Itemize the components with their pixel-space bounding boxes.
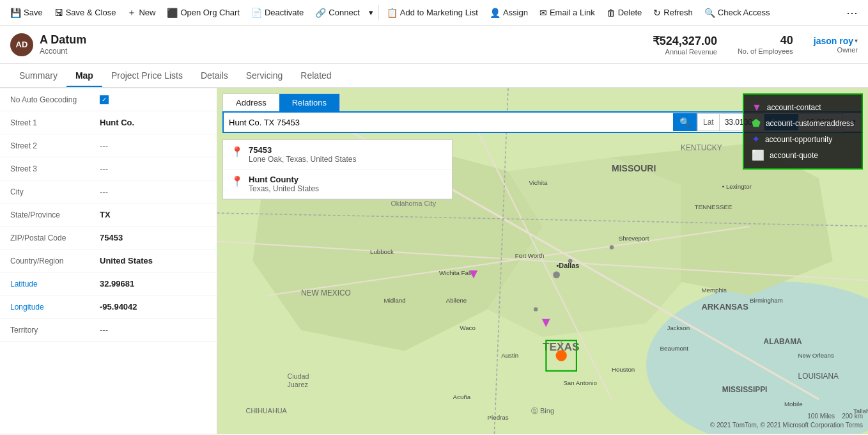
svg-point-12 [610,245,614,249]
street3-label: Street 3 [10,164,100,173]
save-close-button[interactable]: 🖫 Save & Close [49,5,121,20]
org-chart-icon: ⬛ [167,8,178,18]
field-state: State/Province TX [0,203,217,226]
svg-text:TENNESSEE: TENNESSEE [695,203,732,210]
employees-label: No. of Employees [738,47,793,55]
deactivate-icon: 📄 [251,8,262,18]
svg-text:Birmingham: Birmingham [750,297,783,304]
field-latitude: Latitude 32.99681 [0,273,217,296]
tab-servicing[interactable]: Servicing [237,65,292,87]
city-label: City [10,187,100,196]
new-icon: ＋ [127,7,136,19]
svg-text:Acuña: Acuña [453,393,471,400]
svg-text:Oklahoma City: Oklahoma City [391,200,436,207]
org-chart-button[interactable]: ⬛ Open Org Chart [162,5,245,20]
suggestion-text-2: Hunt County Texas, United States [249,175,319,193]
account-header: AD A Datum Account ₹524,327.00 Annual Re… [0,26,868,64]
longitude-label[interactable]: Longitude [10,303,100,312]
pin-icon-2: 📍 [231,175,244,187]
suggestion-sub-2: Texas, United States [249,184,319,193]
owner-chevron[interactable]: ▾ [855,37,858,44]
header-title: A Datum Account [40,33,86,56]
email-link-button[interactable]: ✉ Email a Link [534,5,600,20]
connect-button[interactable]: 🔗 Connect [310,5,364,20]
latitude-label[interactable]: Latitude [10,280,100,289]
svg-text:CiudadJuarez: CiudadJuarez [287,372,309,388]
connect-icon: 🔗 [315,8,326,18]
state-value: TX [100,210,111,219]
assign-icon: 👤 [490,8,500,18]
zip-value: 75453 [100,233,123,242]
svg-text:Jackson: Jackson [667,324,690,331]
add-marketing-button[interactable]: 📋 Add to Marketing List [382,5,483,20]
tab-related[interactable]: Related [291,65,340,87]
map-search-button[interactable]: 🔍 [673,113,697,131]
country-label: Country/Region [10,257,100,265]
svg-text:San Antonio: San Antonio [563,379,596,386]
state-label: State/Province [10,210,100,219]
address-tab[interactable]: Address [223,94,279,111]
map-copyright: © 2021 TomTom, © 2021 Microsoft Corporat… [710,422,863,429]
city-value: --- [100,187,108,196]
svg-text:LOUISIANA: LOUISIANA [798,372,839,381]
zip-label: ZIP/Postal Code [10,233,100,242]
svg-text:CHIHUAHUA: CHIHUAHUA [246,407,288,415]
field-zip: ZIP/Postal Code 75453 [0,226,217,249]
suggestion-item-1[interactable]: 📍 75453 Lone Oak, Texas, United States [223,140,452,170]
connect-chevron[interactable]: ▾ [366,5,376,20]
owner-info: jason roy ▾ Owner [814,36,858,54]
employees-value: 40 [780,34,793,47]
assign-button[interactable]: 👤 Assign [484,5,533,20]
save-button[interactable]: 💾 Save [5,5,48,20]
legend-contact-label: account-contact [767,103,821,112]
legend-customeraddress-label: account-customeraddress [766,119,854,128]
svg-text:Beaumont: Beaumont [660,345,689,352]
tab-map[interactable]: Map [66,65,102,87]
territory-value: --- [100,325,108,335]
street2-value: --- [100,141,108,150]
svg-point-9 [553,271,560,278]
new-button[interactable]: ＋ New [122,4,160,21]
svg-point-51 [556,350,567,361]
save-icon: 💾 [10,8,21,18]
tab-project-price-lists[interactable]: Project Price Lists [102,65,192,87]
legend-quote-label: account-quote [770,151,818,160]
revenue-label: Annual Revenue [665,48,717,56]
no-auto-geocoding-checkbox[interactable]: ✓ [100,95,109,104]
tab-details[interactable]: Details [192,65,237,87]
toolbar: 💾 Save 🖫 Save & Close ＋ New ⬛ Open Org C… [0,0,868,26]
svg-text:ARKANSAS: ARKANSAS [701,302,748,312]
svg-text:• Lexingtor: • Lexingtor [722,183,752,190]
opportunity-pin-icon: ✦ [752,133,760,145]
refresh-icon: ↻ [653,8,661,18]
suggestion-sub-1: Lone Oak, Texas, United States [249,155,357,164]
owner-name[interactable]: jason roy [814,36,853,46]
email-icon: ✉ [539,8,547,18]
country-value: United States [100,256,153,265]
field-country: Country/Region United States [0,249,217,273]
check-access-button[interactable]: 🔍 Check Access [699,5,775,20]
svg-text:▼: ▼ [539,314,553,330]
relations-tab[interactable]: Relations [279,94,339,111]
map-tabs: Address Relations [222,93,340,111]
suggestion-item-2[interactable]: 📍 Hunt County Texas, United States [223,170,452,199]
legend-item-opportunity: ✦ account-opportunity [752,131,854,147]
street3-value: --- [100,164,108,173]
legend-item-contact: ▼ account-contact [752,100,854,115]
tab-summary[interactable]: Summary [10,65,66,87]
field-no-auto-geocoding: No Auto Geocoding ✓ [0,88,217,111]
svg-text:Houston: Houston [612,366,635,373]
delete-button[interactable]: 🗑 Delete [601,5,647,20]
svg-text:Midland: Midland [384,297,406,304]
svg-text:Abilene: Abilene [446,297,467,304]
save-close-icon: 🖫 [54,8,63,18]
map-search-input[interactable] [224,114,673,131]
refresh-button[interactable]: ↻ Refresh [648,5,698,20]
account-type: Account [40,47,86,56]
svg-text:NEW MEXICO: NEW MEXICO [301,289,351,297]
pin-icon-1: 📍 [231,146,244,158]
legend-item-quote: ⬜ account-quote [752,147,854,163]
deactivate-button[interactable]: 📄 Deactivate [246,5,309,20]
employees-count: 40 No. of Employees [738,34,793,55]
more-options-button[interactable]: ⋯ [841,3,863,22]
